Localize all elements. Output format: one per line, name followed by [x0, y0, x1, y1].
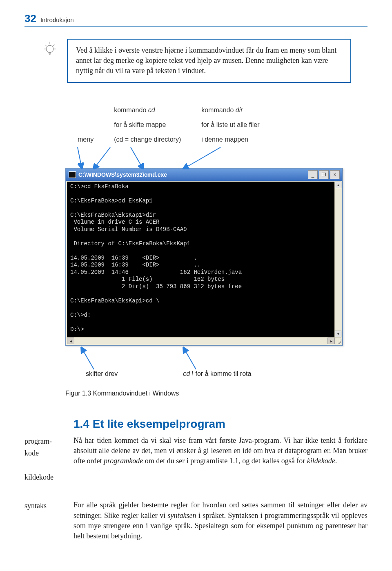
body-paragraph-2: For alle språk gjelder bestemte regler f… [74, 500, 368, 541]
tip-box: Ved å klikke i øverste venstre hjørne i … [67, 39, 351, 83]
svg-line-2 [94, 147, 110, 169]
chapter-title: Introduksjon [40, 16, 74, 23]
annotation-cd: kommando cd for å skifte mappe (cd = cha… [114, 99, 181, 143]
margin-notes: syntaks [24, 500, 65, 541]
margin-notes: program-kode kildekode [24, 435, 65, 495]
page-header: 32 Introduksjon [24, 12, 368, 27]
resize-grip[interactable] [335, 338, 341, 344]
command-window: C:\WINDOWS\system32\cmd.exe _ × C:\>cd E… [65, 168, 343, 346]
margin-note-syntaks: syntaks [24, 500, 65, 512]
svg-line-5 [82, 348, 94, 369]
scroll-right-button[interactable]: ▸ [327, 338, 335, 344]
annotation-arrows-bottom [78, 346, 368, 370]
svg-line-3 [131, 147, 143, 169]
annotation-drev: skifter drev [86, 370, 118, 378]
annotation-dir: kommando dir for å liste ut alle filer i… [201, 99, 259, 143]
svg-line-6 [184, 348, 196, 369]
annotation-rota: cd \ for å komme til rota [183, 370, 251, 378]
cmd-icon[interactable] [69, 171, 76, 178]
page-number: 32 [24, 12, 36, 25]
section-heading: 1.4 Et lite eksempelprogram [74, 418, 368, 431]
window-title: C:\WINDOWS\system32\cmd.exe [78, 171, 305, 178]
margin-note-kildekode: kildekode [24, 471, 65, 483]
minimize-button[interactable]: _ [308, 170, 318, 179]
svg-point-0 [46, 45, 53, 53]
annotation-arrows-top [78, 147, 368, 168]
body-paragraph-1: Nå har tiden kommet da vi skal vise fram… [74, 435, 368, 495]
figure-caption: Figur 1.3 Kommandovinduet i Windows [65, 390, 368, 397]
annotation-meny: meny [78, 136, 94, 143]
window-titlebar[interactable]: C:\WINDOWS\system32\cmd.exe _ × [66, 169, 342, 181]
terminal-output[interactable]: C:\>cd EksFraBoka C:\EksFraBoka>cd EksKa… [67, 182, 334, 338]
scrollbar-vertical[interactable] [335, 188, 341, 331]
lightbulb-icon [41, 39, 59, 58]
scroll-down-button[interactable]: ▾ [335, 331, 341, 337]
maximize-button[interactable] [319, 170, 329, 179]
scroll-left-button[interactable]: ◂ [67, 338, 74, 344]
svg-line-4 [184, 147, 220, 169]
scroll-up-button[interactable]: ▴ [335, 182, 341, 188]
close-button[interactable]: × [330, 170, 340, 179]
svg-line-1 [78, 147, 82, 168]
margin-note-programkode: program-kode [24, 435, 65, 459]
scrollbar-horizontal[interactable] [74, 338, 327, 344]
